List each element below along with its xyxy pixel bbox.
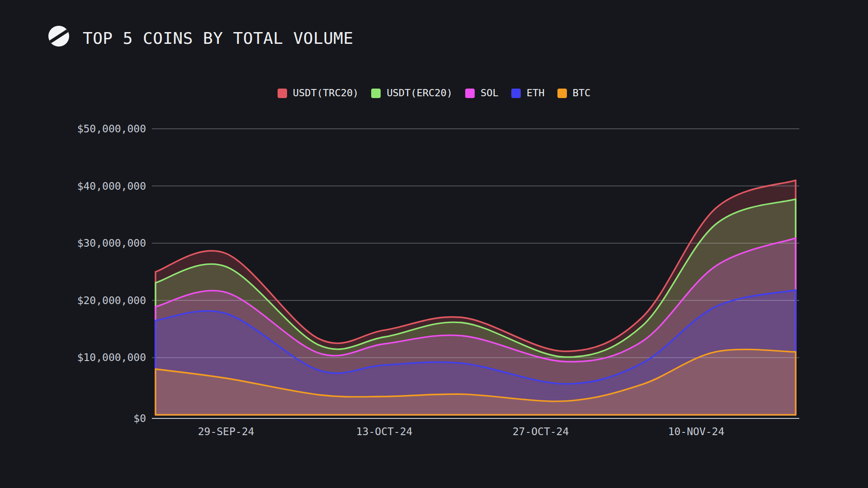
legend-swatch-icon bbox=[557, 89, 567, 98]
x-tick-label: 13-OCT-24 bbox=[356, 425, 413, 438]
y-tick-label: $0 bbox=[0, 412, 146, 425]
legend-swatch-icon bbox=[465, 89, 475, 98]
area-fills bbox=[156, 180, 796, 415]
legend-item-BTC[interactable]: BTC bbox=[557, 87, 591, 99]
legend-label: SOL bbox=[481, 87, 499, 99]
y-tick-label: $40,000,000 bbox=[0, 180, 146, 192]
brand-logo-icon bbox=[48, 26, 69, 47]
x-tick-label: 10-NOV-24 bbox=[668, 425, 725, 438]
y-tick-label: $10,000,000 bbox=[0, 351, 146, 364]
legend-label: USDT(TRC20) bbox=[293, 87, 359, 99]
legend-item-ETH[interactable]: ETH bbox=[511, 87, 545, 99]
y-tick-label: $30,000,000 bbox=[0, 237, 146, 249]
legend-label: ETH bbox=[527, 87, 545, 99]
y-tick-label: $50,000,000 bbox=[0, 122, 146, 135]
page-title: TOP 5 COINS BY TOTAL VOLUME bbox=[83, 28, 354, 49]
chart-legend: USDT(TRC20)USDT(ERC20)SOLETHBTC bbox=[0, 87, 868, 99]
legend-item-USDT(ERC20)[interactable]: USDT(ERC20) bbox=[371, 87, 453, 99]
legend-label: USDT(ERC20) bbox=[387, 87, 453, 99]
legend-label: BTC bbox=[573, 87, 591, 99]
x-tick-label: 29-SEP-24 bbox=[198, 425, 255, 438]
legend-item-USDT(TRC20)[interactable]: USDT(TRC20) bbox=[278, 87, 359, 99]
legend-swatch-icon bbox=[278, 89, 287, 98]
logo-slash bbox=[48, 28, 69, 44]
legend-item-SOL[interactable]: SOL bbox=[465, 87, 499, 99]
legend-swatch-icon bbox=[371, 89, 381, 98]
y-tick-label: $20,000,000 bbox=[0, 294, 146, 307]
legend-swatch-icon bbox=[511, 89, 521, 98]
x-tick-label: 27-OCT-24 bbox=[513, 425, 569, 438]
